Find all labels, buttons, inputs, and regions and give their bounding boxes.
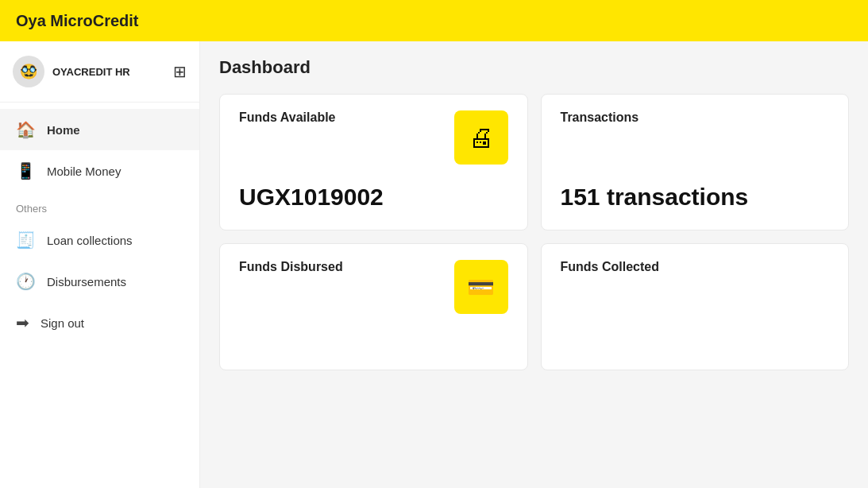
- others-section-label: Others: [0, 192, 199, 219]
- card-funds-disbursed-header: Funds Disbursed 💳: [239, 260, 508, 314]
- sidebar-nav: 🏠 Home 📱 Mobile Money Others 🧾 Loan coll…: [0, 103, 199, 350]
- sidebar-item-mobile-money[interactable]: 📱 Mobile Money: [0, 150, 199, 192]
- card-funds-available-header: Funds Available 🖨: [239, 110, 508, 165]
- sidebar-item-mobile-money-label: Mobile Money: [47, 165, 121, 178]
- mobile-money-icon: 📱: [16, 161, 36, 180]
- sidebar: 🥸 OYACREDIT HR ⊞ 🏠 Home 📱 Mobile Money O…: [0, 41, 200, 488]
- card-reader-icon: 💳: [467, 274, 495, 300]
- loan-collections-icon: 🧾: [16, 230, 36, 250]
- app-title: Oya MicroCredit: [16, 12, 138, 30]
- home-icon: 🏠: [16, 120, 36, 139]
- sidebar-item-sign-out[interactable]: ➡ Sign out: [0, 302, 199, 343]
- card-transactions-value: 151 transactions: [561, 171, 830, 211]
- register-icon: 🖨: [469, 123, 494, 153]
- card-transactions-header: Transactions: [561, 110, 830, 125]
- main-layout: 🥸 OYACREDIT HR ⊞ 🏠 Home 📱 Mobile Money O…: [0, 41, 868, 488]
- cards-grid: Funds Available 🖨 UGX1019002 Transaction…: [219, 94, 849, 370]
- card-funds-disbursed-title: Funds Disbursed: [239, 260, 343, 274]
- sidebar-item-home[interactable]: 🏠 Home: [0, 109, 199, 150]
- card-transactions: Transactions 151 transactions: [541, 94, 850, 230]
- main-content: Dashboard Funds Available 🖨 UGX1019002 T…: [200, 41, 868, 488]
- sidebar-item-disbursements-label: Disbursements: [47, 275, 126, 289]
- card-funds-available: Funds Available 🖨 UGX1019002: [219, 94, 528, 230]
- funds-disbursed-icon-box: 💳: [454, 260, 508, 314]
- grid-icon[interactable]: ⊞: [173, 62, 187, 81]
- card-transactions-title: Transactions: [561, 110, 639, 125]
- sidebar-item-loan-collections-label: Loan collections: [47, 234, 133, 247]
- card-funds-available-title: Funds Available: [239, 110, 336, 125]
- disbursements-icon: 🕐: [16, 272, 36, 291]
- card-funds-collected-title: Funds Collected: [561, 260, 659, 274]
- card-funds-collected-header: Funds Collected: [561, 260, 830, 274]
- top-header: Oya MicroCredit: [0, 0, 868, 41]
- card-funds-collected: Funds Collected: [541, 243, 850, 370]
- card-funds-available-value: UGX1019002: [239, 171, 508, 211]
- sign-out-icon: ➡: [16, 313, 29, 332]
- sidebar-username: OYACREDIT HR: [52, 66, 165, 78]
- sidebar-item-sign-out-label: Sign out: [41, 316, 84, 330]
- sidebar-item-loan-collections[interactable]: 🧾 Loan collections: [0, 219, 199, 261]
- funds-available-icon-box: 🖨: [454, 110, 508, 165]
- sidebar-item-home-label: Home: [47, 123, 80, 137]
- page-title: Dashboard: [219, 57, 849, 78]
- avatar: 🥸: [13, 56, 44, 87]
- sidebar-item-disbursements[interactable]: 🕐 Disbursements: [0, 261, 199, 302]
- sidebar-user-row: 🥸 OYACREDIT HR ⊞: [0, 41, 199, 103]
- card-funds-disbursed: Funds Disbursed 💳: [219, 243, 528, 370]
